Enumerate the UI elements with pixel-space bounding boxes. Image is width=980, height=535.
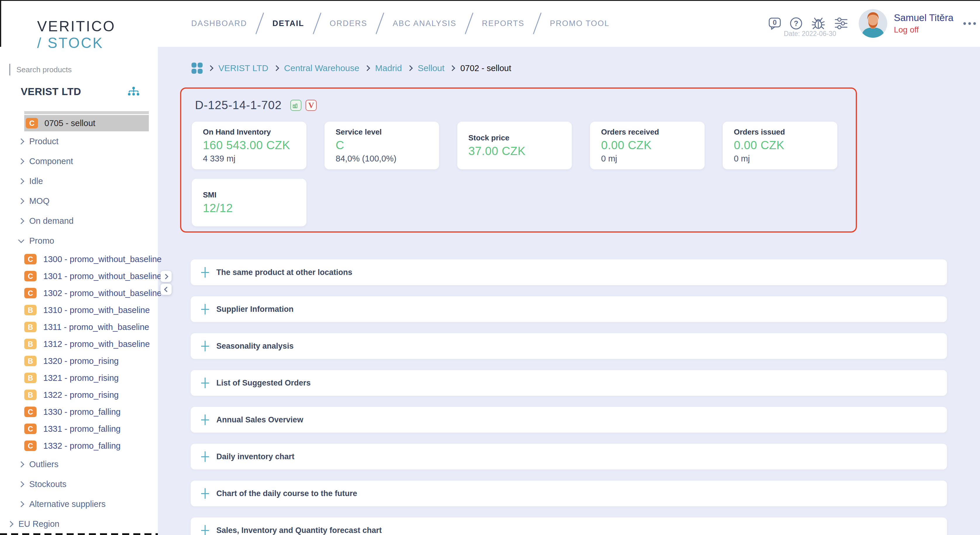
sidebar-collapse-button[interactable] [161,284,172,295]
question-icon: ? [790,17,803,30]
chevron-right-icon [18,501,24,507]
sidebar-item-outliers[interactable]: Outliers [0,454,158,474]
breadcrumb-category[interactable]: Sellout [418,63,445,73]
sidebar-item-1312[interactable]: B 1312 - promo_with_baseline [0,336,158,352]
sidebar-item-1302[interactable]: C 1302 - promo_without_baseline [0,285,158,302]
top-right-cluster: 0 ? [768,0,980,47]
sidebar-item-1332[interactable]: C 1332 - promo_falling [0,437,158,454]
chevron-right-icon [18,461,24,467]
company-name: VERIST LTD [21,86,81,97]
sidebar-item-1300[interactable]: C 1300 - promo_without_baseline [0,251,158,268]
grid-home-icon[interactable] [191,63,203,74]
nav-detail[interactable]: DETAIL [272,19,304,28]
sidebar-item-on-demand[interactable]: On demand [0,211,158,231]
section-label: The same product at other locations [216,268,352,277]
section-supplier-information[interactable]: Supplier Information [191,296,947,322]
user-name[interactable]: Samuel Titěra [894,12,953,23]
sidebar-item-label: 1312 - promo_with_baseline [43,339,150,349]
logo-line2: / STOCK [37,35,158,51]
search-input[interactable] [16,65,140,75]
nav-separator [313,13,321,34]
section-same-product-other-locations[interactable]: The same product at other locations [191,260,947,285]
sidebar-item-1311[interactable]: B 1311 - promo_with_baseline [0,318,158,336]
nav-orders[interactable]: ORDERS [330,19,368,28]
settings-button[interactable] [834,17,848,30]
chevron-right-icon [18,178,24,184]
product-detail-panel: D-125-14-1-702 V On Hand Inventory 160 5… [180,88,857,232]
more-menu-button[interactable] [963,22,976,25]
sidebar-item-label: EU Region [18,519,59,529]
logoff-link[interactable]: Log off [894,25,953,35]
sidebar-item-moq[interactable]: MOQ [0,191,158,211]
nav-separator [256,13,264,34]
sidebar-item-1331[interactable]: C 1331 - promo_falling [0,420,158,437]
window-edge-left [0,0,1,47]
hierarchy-icon[interactable] [127,87,140,97]
sidebar-item-1322[interactable]: B 1322 - promo_rising [0,386,158,403]
sidebar: VERITICO / STOCK VERIST LTD C 0705 - sel… [0,0,158,535]
sidebar-item-label: 0705 - sellout [45,118,95,128]
sidebar-item-1330[interactable]: C 1330 - promo_falling [0,403,158,420]
user-avatar[interactable] [859,9,887,38]
section-annual-sales-overview[interactable]: Annual Sales Overview [191,407,947,433]
sidebar-item-label: Component [29,156,73,166]
sidebar-item-eu-region[interactable]: EU Region [0,514,158,534]
sidebar-item-1310[interactable]: B 1310 - promo_with_baseline [0,302,158,318]
sidebar-item-component[interactable]: Component [0,151,158,171]
debug-button[interactable] [811,16,826,31]
section-sales-inventory-quantity-forecast[interactable]: Sales, Inventory and Quantity forecast c… [191,517,947,535]
sidebar-item-promo[interactable]: Promo [0,231,158,251]
sidebar-item-stockouts[interactable]: Stockouts [0,474,158,494]
sidebar-item-alternative-suppliers[interactable]: Alternative suppliers [0,494,158,514]
nav-abc-analysis[interactable]: ABC ANALYSIS [393,19,457,28]
abc-class-badge: C [24,441,37,451]
sidebar-item-1320[interactable]: B 1320 - promo_rising [0,352,158,369]
sidebar-item-label: 1302 - promo_without_baseline [43,288,162,298]
section-daily-inventory-chart[interactable]: Daily inventory chart [191,444,947,470]
breadcrumb-chevron-icon [364,65,370,71]
plus-icon [200,304,210,314]
v-badge[interactable]: V [305,100,317,111]
factory-badge[interactable] [290,100,301,111]
sidebar-item-product[interactable]: Product [0,131,158,151]
sidebar-item-label: 1301 - promo_without_baseline [43,271,162,281]
nav-promo-tool[interactable]: PROMO TOOL [550,19,609,28]
nav-reports[interactable]: REPORTS [482,19,524,28]
kpi-cards: On Hand Inventory 160 543.00 CZK 4 339 m… [192,122,837,226]
abc-class-badge: C [24,424,37,434]
sidebar-item-label: Product [29,137,59,146]
breadcrumb-warehouse[interactable]: Central Warehouse [284,63,359,73]
notifications-button[interactable]: 0 [768,17,781,30]
sidebar-expand-button[interactable] [161,271,172,282]
window-edge-bottom [0,533,158,535]
nav-separator [376,13,384,34]
plus-icon [200,414,210,425]
sidebar-item-label: Outliers [29,460,59,469]
company-row: VERIST LTD [21,85,140,98]
sidebar-item-1301[interactable]: C 1301 - promo_without_baseline [0,268,158,285]
section-daily-course-future-chart[interactable]: Chart of the daily course to the future [191,481,947,506]
kpi-label: Service level [336,127,439,137]
kpi-value: 0.00 CZK [734,139,837,152]
help-button[interactable]: ? [790,17,803,30]
nav-dashboard[interactable]: DASHBOARD [191,19,247,28]
sidebar-item-label: 1300 - promo_without_baseline [43,255,162,264]
section-label: Annual Sales Overview [216,416,303,424]
breadcrumb-chevron-icon [274,65,279,71]
breadcrumb-company[interactable]: VERIST LTD [218,63,268,73]
sidebar-item-idle[interactable]: Idle [0,171,158,191]
breadcrumb-location[interactable]: Madrid [375,63,402,73]
chevron-right-icon [18,138,24,144]
sidebar-item-0705-sellout-selected[interactable]: C 0705 - sellout [24,115,149,131]
kpi-service-level: Service level C 84,0% (100,0%) [325,122,439,169]
sidebar-item-label: 1321 - promo_rising [43,373,119,383]
section-label: List of Suggested Orders [216,379,311,388]
abc-class-badge: B [24,305,37,315]
abc-class-badge: B [24,322,37,332]
section-label: Daily inventory chart [216,452,294,461]
nav-separator [533,13,541,34]
kpi-label: Stock price [468,134,572,142]
section-suggested-orders[interactable]: List of Suggested Orders [191,370,947,396]
sidebar-item-1321[interactable]: B 1321 - promo_rising [0,369,158,386]
section-seasonality-analysis[interactable]: Seasonality analysis [191,333,947,359]
